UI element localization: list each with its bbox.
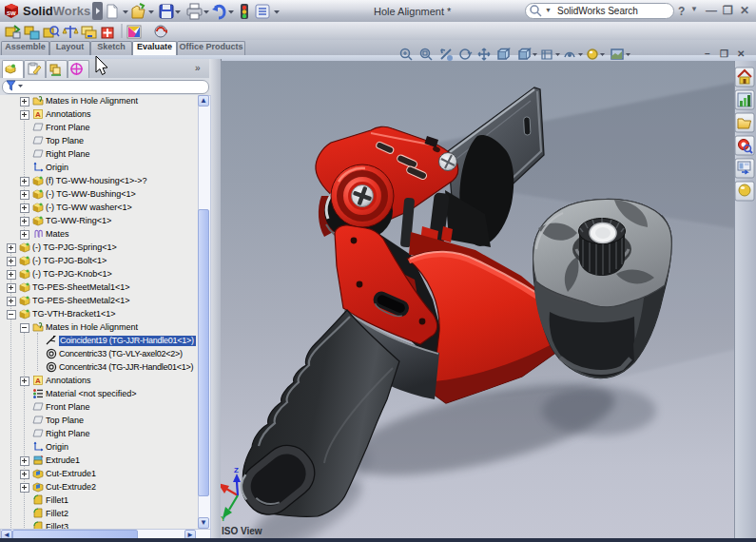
svg-text:Y: Y — [221, 514, 226, 523]
svg-text:SW: SW — [7, 10, 16, 16]
svg-text:A: A — [35, 377, 41, 385]
svg-text:Z: Z — [234, 466, 239, 474]
svg-text:A: A — [35, 110, 41, 119]
